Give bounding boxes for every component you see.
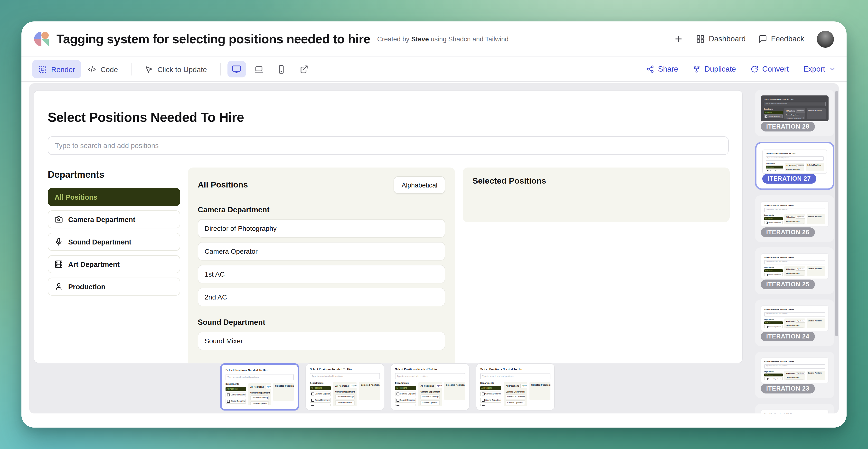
mini-all-positions-panel: All Positions Alphabetical Camera Depart… [418,382,442,406]
position-row[interactable]: 2nd AC [198,288,445,306]
app-window: Tagging system for selecting positions n… [22,22,846,427]
position-row[interactable]: Sound Mixer [198,332,445,350]
iteration-card-24[interactable]: Select Positions Needed To Hire Type to … [755,299,834,346]
render-tab[interactable]: Render [32,60,81,78]
mini-film-icon [482,405,485,406]
chat-bubble-icon [758,35,767,43]
carousel-item[interactable]: Select Positions Needed To Hire Type to … [476,363,555,411]
mini-selected-positions-panel: Selected Positions [529,382,550,400]
group-heading-sound: Sound Department [198,318,445,327]
app-columns: Departments All Positions Camera Depart [48,167,729,363]
mini-all-positions-panel: All Positions Alphabetical Camera Depart… [784,108,805,119]
alphabetical-sort-button[interactable]: Alphabetical [394,176,445,194]
smartphone-icon [277,65,286,74]
carousel-item[interactable]: Select Positions Needed To Hire Type to … [305,363,384,411]
group-heading-camera: Camera Department [198,205,445,214]
mini-search-input: Type to search and add positions [764,364,825,368]
search-input[interactable] [48,136,729,155]
code-icon [88,65,96,73]
department-sound-button[interactable]: Sound Department [48,233,180,251]
carousel-thumbnail: Select Positions Needed To Hire Type to … [395,367,466,407]
mini-heading: Select Positions Needed To Hire [764,98,826,100]
iteration-card-partial[interactable]: Select Positions Needed To Hire Type to … [755,404,834,413]
iteration-badge: ITERATION 23 [761,384,815,393]
author-name: Steve [411,35,429,43]
departments-list: All Positions Camera Department [48,188,180,296]
mini-search-input: Type to search and add positions [764,101,826,106]
dashboard-button[interactable]: Dashboard [696,35,746,43]
share-button[interactable]: Share [646,65,678,73]
new-project-button[interactable] [674,34,683,44]
rendered-app-preview: Select Positions Needed To Hire Departme… [34,90,743,363]
export-button[interactable]: Export [803,65,836,73]
selected-positions-heading: Selected Positions [472,176,546,186]
iteration-badge: ITERATION 27 [762,174,816,184]
code-tab[interactable]: Code [81,60,124,78]
version-carousel: Select Positions Needed To Hire Type to … [220,363,555,411]
iteration-thumbnail: Select Positions Needed To Hire Type to … [761,253,829,279]
mini-departments: Departments All Positions Camera Departm… [395,382,416,406]
duplicate-button[interactable]: Duplicate [693,65,736,73]
laptop-view-button[interactable] [250,61,269,77]
created-by: Created by Steve using Shadcn and Tailwi… [377,35,508,43]
user-avatar[interactable] [817,30,834,47]
mini-departments: Departments All Positions Camera Departm… [764,266,783,276]
mini-heading: Select Positions Needed To Hire [395,368,465,371]
click-to-update-button[interactable]: Click to Update [138,60,213,78]
mini-search-input: Type to search and add positions [395,373,465,379]
selected-positions-panel: Selected Positions [463,167,730,222]
mini-all-positions-panel: All Positions Alphabetical Camera Depart… [333,382,356,406]
viewport-toggles [227,61,313,77]
department-camera-button[interactable]: Camera Department [48,211,180,228]
position-row[interactable]: Director of Photography [198,219,445,238]
mini-departments: Departments All Positions Camera Departm… [764,319,783,328]
external-link-icon [299,65,309,74]
iteration-card-27[interactable]: Select Positions Needed To Hire Type to … [755,142,834,190]
mini-heading: Select Positions Needed To Hire [480,368,550,371]
iteration-card-25[interactable]: Select Positions Needed To Hire Type to … [755,247,834,294]
feedback-button[interactable]: Feedback [758,35,804,43]
mini-search-input: Type to search and add positions [225,374,294,380]
mini-all-positions-panel: All Positions Alphabetical Camera Depart… [784,214,805,224]
mini-all-positions-panel: All Positions Alphabetical Camera Depart… [504,382,527,406]
sidebar-scrollbar[interactable] [835,91,838,336]
mini-heading: Select Positions Needed To Hire [764,256,825,259]
mini-camera-icon [766,378,768,380]
department-all-positions-button[interactable]: All Positions [48,188,180,206]
carousel-thumbnail: Select Positions Needed To Hire Type to … [309,367,380,407]
mini-selected-positions-panel: Selected Positions [807,108,826,119]
page-title: Tagging system for selecting positions n… [57,31,370,46]
desktop-view-button[interactable] [227,61,246,77]
department-art-button[interactable]: Art Department [48,255,180,273]
mini-all-positions-panel: All Positions Alphabetical Camera Depart… [784,319,805,328]
mini-heading: Select Positions Needed To Hire [764,413,825,413]
mini-columns: Departments All Positions Camera Departm… [395,382,465,406]
mini-selected-positions-panel: Selected Positions [806,214,825,224]
user-icon [55,283,63,291]
carousel-item[interactable]: Select Positions Needed To Hire Type to … [220,363,299,411]
position-row[interactable]: Camera Operator [198,242,445,260]
convert-icon [751,65,758,73]
mini-departments: Departments All Positions Camera Departm… [764,108,783,119]
iteration-card-28[interactable]: Select Positions Needed To Hire Type to … [755,90,834,136]
mini-all-positions-panel: All Positions Alphabetical Camera Depart… [248,383,271,405]
desktop-background: Tagging system for selecting positions n… [0,0,868,449]
iteration-thumbnail: Select Positions Needed To Hire Type to … [761,357,829,383]
mini-all-positions-panel: All Positions Alphabetical Camera Depart… [784,371,805,380]
iteration-card-23[interactable]: Select Positions Needed To Hire Type to … [755,352,834,398]
mini-departments: Departments All Positions Camera Departm… [764,214,783,224]
mini-app-preview: Select Positions Needed To Hire Type to … [764,413,825,413]
position-row[interactable]: 1st AC [198,265,445,283]
mini-camera-icon [482,392,485,395]
mini-camera-icon [227,393,230,396]
mobile-view-button[interactable] [272,61,291,77]
iteration-thumbnail: Select Positions Needed To Hire Type to … [761,95,829,121]
convert-button[interactable]: Convert [751,65,789,73]
render-surface: Select Positions Needed To Hire Departme… [29,83,839,413]
open-in-new-tab-button[interactable] [295,61,313,77]
iteration-card-26[interactable]: Select Positions Needed To Hire Type to … [755,195,834,242]
department-production-button[interactable]: Production [48,278,180,296]
carousel-item[interactable]: Select Positions Needed To Hire Type to … [391,363,470,411]
render-icon [38,65,47,73]
plus-icon [674,34,683,44]
